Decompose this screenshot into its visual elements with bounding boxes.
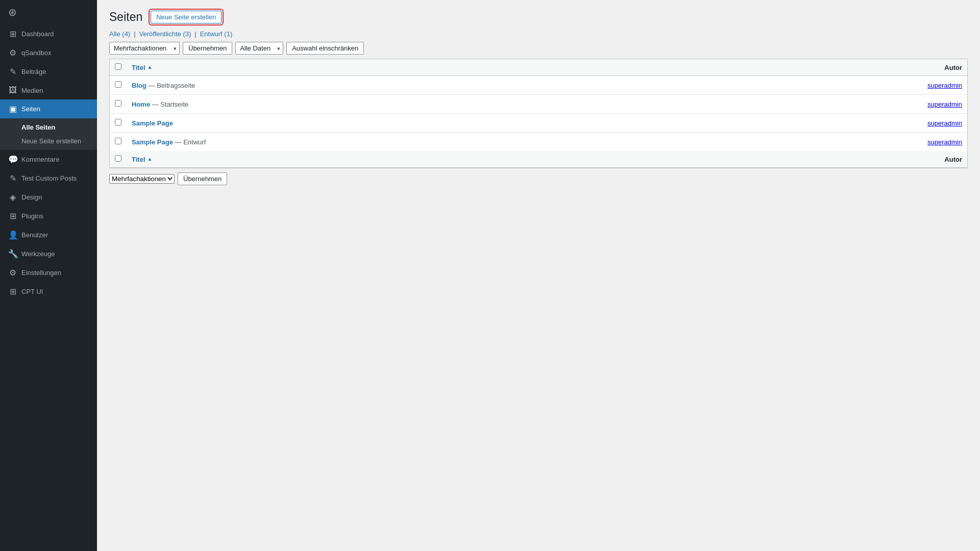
row-1-author: superadmin	[675, 76, 967, 95]
row-4-title-cell: Sample Page — Entwurf	[127, 133, 675, 152]
row-1-page-link[interactable]: Blog	[132, 82, 146, 89]
row-checkbox-3	[110, 114, 127, 133]
row-1-title-cell: Blog — Beitragsseite	[127, 76, 675, 95]
cpt-ui-icon: ⊞	[8, 287, 17, 296]
sidebar-label-beitraege: Beiträge	[21, 68, 46, 76]
sidebar-item-beitraege[interactable]: ✎ Beiträge	[0, 62, 97, 81]
sidebar-item-dashboard[interactable]: ⊞ Dashboard	[0, 24, 97, 43]
sidebar-label-plugins: Plugins	[21, 212, 43, 220]
sidebar-item-benutzer[interactable]: 👤 Benutzer	[0, 226, 97, 244]
all-dates-wrap: Alle Daten	[235, 42, 283, 55]
select-all-checkbox[interactable]	[115, 63, 121, 70]
sidebar-item-medien[interactable]: 🖼 Medien	[0, 81, 97, 99]
new-page-button[interactable]: Neue Seite erstellen	[151, 11, 222, 23]
row-checkbox-4	[110, 133, 127, 152]
table-footer: Titel ▲ Autor	[110, 151, 967, 168]
design-icon: ◈	[8, 192, 17, 202]
page-title: Seiten	[109, 10, 142, 24]
row-4-page-link[interactable]: Sample Page	[132, 138, 173, 146]
sidebar-logo: ⊛	[0, 0, 97, 24]
filter-draft[interactable]: Entwurf (1)	[200, 30, 233, 38]
sort-arrow-bottom-icon: ▲	[148, 157, 153, 162]
row-2-status: — Startseite	[152, 101, 189, 108]
bulk-actions-select[interactable]: Mehrfachaktionen	[109, 42, 180, 55]
row-2-author: superadmin	[675, 95, 967, 114]
sidebar-item-cpt-ui[interactable]: ⊞ CPT UI	[0, 282, 97, 301]
pages-table: Titel ▲ Autor Blog	[110, 59, 967, 168]
row-1-checkbox[interactable]	[115, 81, 121, 88]
row-3-checkbox[interactable]	[115, 119, 121, 126]
sidebar-label-seiten: Seiten	[21, 105, 40, 113]
sidebar-item-plugins[interactable]: ⊞ Plugins	[0, 207, 97, 226]
sidebar-item-test-custom-posts[interactable]: ✎ Test Custom Posts	[0, 169, 97, 188]
sidebar-item-werkzeuge[interactable]: 🔧 Werkzeuge	[0, 244, 97, 263]
row-3-author-link[interactable]: superadmin	[927, 119, 962, 127]
footer-author: Autor	[675, 151, 967, 168]
filter-all[interactable]: Alle (4)	[109, 30, 130, 38]
sidebar-subitem-alle-seiten[interactable]: Alle Seiten	[0, 120, 97, 134]
row-2-author-link[interactable]: superadmin	[927, 101, 962, 108]
sidebar-label-kommentare: Kommentare	[21, 156, 59, 163]
select-all-checkbox-bottom[interactable]	[115, 155, 121, 162]
sidebar-label-cpt-ui: CPT UI	[21, 288, 43, 295]
apply-button-top[interactable]: Übernehmen	[183, 42, 232, 55]
sidebar-label-werkzeuge: Werkzeuge	[21, 250, 55, 258]
row-3-page-link[interactable]: Sample Page	[132, 119, 173, 127]
top-toolbar: Mehrfachaktionen Übernehmen Alle Daten A…	[109, 42, 968, 55]
sidebar-label-medien: Medien	[21, 87, 43, 94]
row-checkbox-2	[110, 95, 127, 114]
filter-row: Alle (4) | Veröffentlichte (3) | Entwurf…	[109, 30, 968, 38]
header-checkbox-col	[110, 59, 127, 76]
sidebar-subitem-neue-seite[interactable]: Neue Seite erstellen	[0, 134, 97, 148]
dashboard-icon: ⊞	[8, 29, 17, 39]
plugins-icon: ⊞	[8, 211, 17, 221]
sidebar-label-design: Design	[21, 193, 42, 201]
row-2-checkbox[interactable]	[115, 100, 121, 107]
table-footer-row: Titel ▲ Autor	[110, 151, 967, 168]
einstellungen-icon: ⚙	[8, 268, 17, 278]
row-1-author-link[interactable]: superadmin	[927, 82, 962, 89]
bulk-actions-select-bottom[interactable]: Mehrfachaktionen	[109, 174, 175, 184]
wp-logo-icon: ⊛	[8, 6, 17, 18]
sort-title-link-bottom[interactable]: Titel ▲	[132, 156, 670, 163]
footer-title: Titel ▲	[127, 151, 675, 168]
sidebar-item-design[interactable]: ◈ Design	[0, 188, 97, 207]
benutzer-icon: 👤	[8, 230, 17, 240]
row-checkbox-1	[110, 76, 127, 95]
sort-arrow-icon: ▲	[148, 65, 153, 70]
footer-checkbox-col	[110, 151, 127, 168]
sort-title-link[interactable]: Titel ▲	[132, 64, 670, 71]
table-header: Titel ▲ Autor	[110, 59, 967, 76]
table-row: Sample Page superadmin	[110, 114, 967, 133]
sidebar-item-einstellungen[interactable]: ⚙ Einstellungen	[0, 263, 97, 282]
row-4-author-link[interactable]: superadmin	[927, 138, 962, 146]
apply-button-bottom[interactable]: Übernehmen	[178, 172, 227, 185]
sidebar-sub-seiten: Alle Seiten Neue Seite erstellen	[0, 118, 97, 150]
page-header: Seiten Neue Seite erstellen	[109, 10, 968, 24]
qsandbox-icon: ⚙	[8, 48, 17, 58]
werkzeuge-icon: 🔧	[8, 249, 17, 259]
sidebar-item-kommentare[interactable]: 💬 Kommentare	[0, 150, 97, 169]
row-4-checkbox[interactable]	[115, 138, 121, 144]
row-4-author: superadmin	[675, 133, 967, 152]
table-row: Home — Startseite superadmin	[110, 95, 967, 114]
row-3-author: superadmin	[675, 114, 967, 133]
bottom-toolbar: Mehrfachaktionen Übernehmen	[109, 172, 968, 185]
pages-table-wrapper: Titel ▲ Autor Blog	[109, 59, 968, 168]
filter-button[interactable]: Auswahl einschränken	[286, 42, 364, 55]
filter-published[interactable]: Veröffentlichte (3)	[139, 30, 191, 38]
table-body: Blog — Beitragsseite superadmin	[110, 76, 967, 152]
all-dates-select[interactable]: Alle Daten	[235, 42, 283, 55]
sidebar-label-benutzer: Benutzer	[21, 231, 48, 239]
test-custom-posts-icon: ✎	[8, 173, 17, 183]
sidebar-label-dashboard: Dashboard	[21, 30, 54, 38]
table-header-row: Titel ▲ Autor	[110, 59, 967, 76]
sidebar-item-qsandbox[interactable]: ⚙ qSandbox	[0, 43, 97, 62]
main-content: Seiten Neue Seite erstellen Alle (4) | V…	[97, 0, 980, 551]
sidebar: ⊛ ⊞ Dashboard ⚙ qSandbox ✎ Beiträge 🖼 Me…	[0, 0, 97, 551]
sidebar-label-einstellungen: Einstellungen	[21, 269, 61, 277]
row-4-status: — Entwurf	[175, 138, 206, 146]
sidebar-label-qsandbox: qSandbox	[21, 49, 52, 57]
row-2-page-link[interactable]: Home	[132, 101, 150, 108]
sidebar-item-seiten[interactable]: ▣ Seiten	[0, 99, 97, 118]
